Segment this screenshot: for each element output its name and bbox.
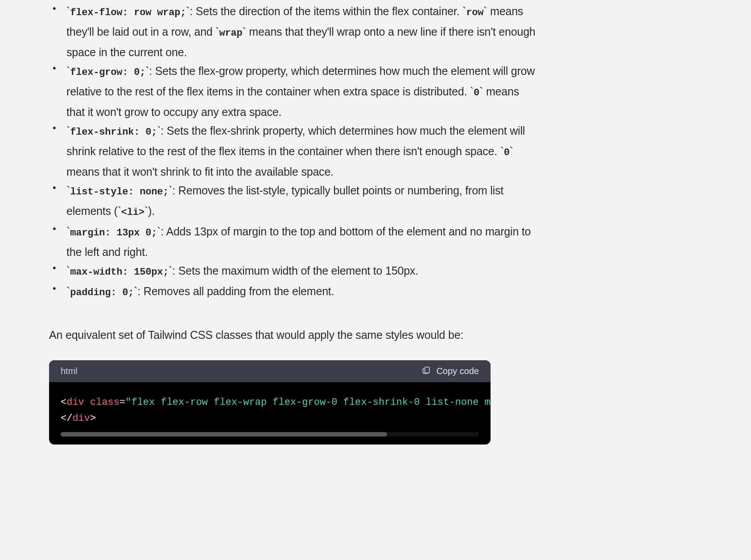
code-token: > bbox=[90, 413, 96, 424]
code-language-label: html bbox=[61, 366, 78, 376]
code-block-body[interactable]: <div class="flex flex-row flex-wrap flex… bbox=[49, 382, 491, 445]
code-inline: flex-flow: row wrap; bbox=[70, 7, 186, 18]
code-block: html Copy code <div class="flex flex-row… bbox=[49, 360, 491, 445]
text: : Sets the direction of the items within… bbox=[190, 5, 462, 17]
text: ). bbox=[148, 205, 155, 217]
code-inline: row bbox=[466, 7, 483, 18]
code-block-header: html Copy code bbox=[49, 360, 491, 382]
copy-code-label: Copy code bbox=[436, 366, 479, 376]
list-item: `max-width: 150px;`: Sets the maximum wi… bbox=[62, 261, 540, 282]
code-inline: wrap bbox=[219, 28, 242, 39]
code-inline: <li> bbox=[121, 207, 144, 218]
code-inline: flex-grow: 0; bbox=[70, 67, 145, 78]
list-item: `margin: 13px 0;`: Adds 13px of margin t… bbox=[62, 222, 540, 261]
code-token: </ bbox=[61, 413, 72, 424]
code-token bbox=[84, 397, 90, 408]
code-token: class bbox=[90, 397, 120, 408]
svg-rect-0 bbox=[425, 367, 429, 373]
code-token: "flex flex-row flex-wrap flex-grow-0 fle… bbox=[125, 397, 491, 408]
code-inline: list-style: none; bbox=[70, 186, 169, 198]
code-inline: 0 bbox=[474, 87, 479, 99]
scrollbar-thumb[interactable] bbox=[61, 432, 387, 436]
code-inline: margin: 13px 0; bbox=[70, 227, 157, 239]
text: : Removes all padding from the element. bbox=[137, 285, 334, 297]
copy-code-button[interactable]: Copy code bbox=[422, 366, 479, 377]
list-item: `flex-flow: row wrap;`: Sets the directi… bbox=[62, 2, 540, 62]
code-inline: padding: 0; bbox=[70, 287, 134, 298]
property-list: `flex-flow: row wrap;`: Sets the directi… bbox=[49, 2, 540, 302]
code-inline: 0 bbox=[504, 147, 510, 158]
code-inline: max-width: 150px; bbox=[70, 267, 169, 278]
list-item: `flex-shrink: 0;`: Sets the flex-shrink … bbox=[62, 121, 540, 181]
article-content: `flex-flow: row wrap;`: Sets the directi… bbox=[49, 0, 540, 445]
list-item: `padding: 0;`: Removes all padding from … bbox=[62, 282, 540, 302]
paragraph: An equivalent set of Tailwind CSS classe… bbox=[49, 325, 540, 344]
list-item: `flex-grow: 0;`: Sets the flex-grow prop… bbox=[62, 62, 540, 121]
text: : Sets the maximum width of the element … bbox=[172, 264, 418, 277]
code-token: = bbox=[120, 397, 125, 408]
code-inline: flex-shrink: 0; bbox=[70, 127, 157, 138]
horizontal-scrollbar[interactable] bbox=[61, 432, 479, 436]
code-token: div bbox=[66, 397, 84, 408]
clipboard-icon bbox=[422, 366, 431, 377]
text: means that it won't shrink to fit into t… bbox=[66, 165, 334, 178]
code-token: div bbox=[72, 413, 90, 424]
list-item: `list-style: none;`: Removes the list-st… bbox=[62, 181, 540, 222]
code-token: < bbox=[61, 397, 66, 408]
